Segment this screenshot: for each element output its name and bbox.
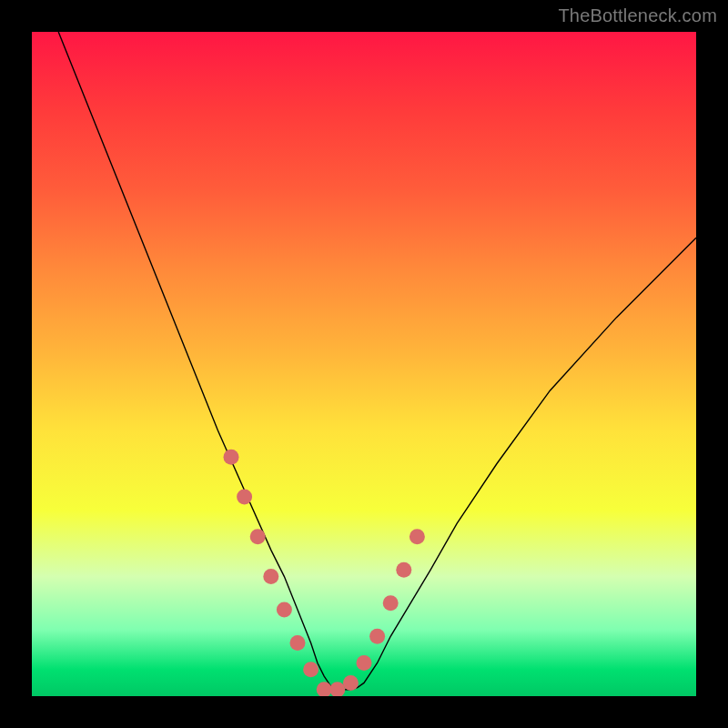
curve-dot [263,569,278,584]
curve-dot [303,662,318,677]
chart-plot-area [32,32,696,696]
curve-dot [224,450,239,465]
curve-dot [250,529,266,544]
curve-dot [237,490,252,505]
curve-dot [369,629,385,644]
curve-dot [383,595,399,611]
bottleneck-curve-chart [32,32,696,696]
curve-sample-dots [224,450,425,696]
curve-dot [410,529,425,544]
bottleneck-curve [58,32,696,690]
curve-dot [290,635,306,651]
curve-dot [343,675,359,691]
curve-dot [396,562,411,578]
curve-dot [329,682,345,696]
curve-dot [277,602,292,618]
watermark-text: TheBottleneck.com [558,5,717,26]
curve-dot [357,655,372,671]
